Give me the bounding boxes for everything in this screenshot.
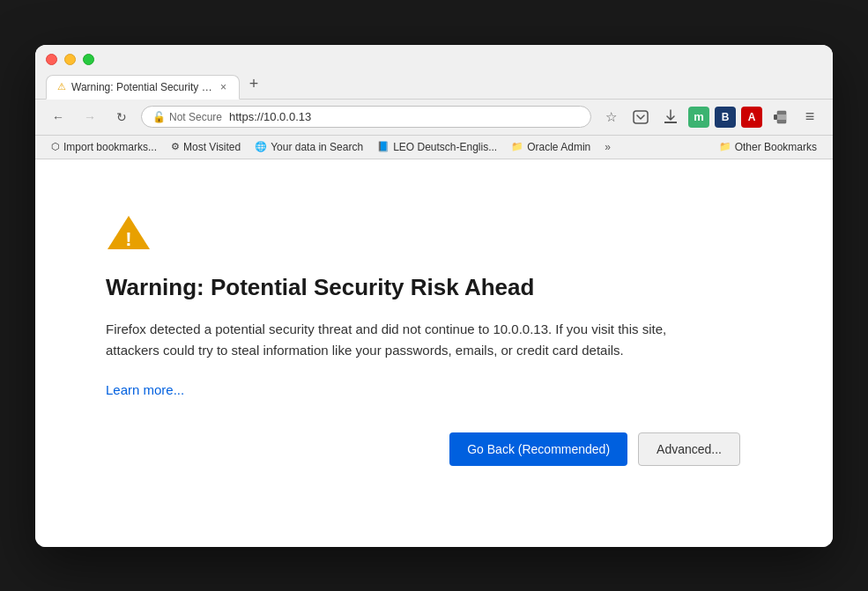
user-avatar-button[interactable]: m: [688, 107, 709, 128]
pocket-button[interactable]: [628, 105, 653, 129]
active-tab[interactable]: ⚠ Warning: Potential Security Risk ×: [46, 75, 240, 100]
svg-rect-3: [777, 115, 786, 120]
leo-icon: 📘: [377, 141, 389, 152]
bookmark-star-button[interactable]: ☆: [598, 105, 623, 129]
address-bar[interactable]: 🔓 Not Secure https://10.0.0.13: [141, 106, 591, 128]
lock-icon: 🔓: [152, 111, 166, 123]
bookmark-most-visited[interactable]: ⚙ Most Visited: [166, 139, 246, 155]
warning-triangle-icon: !: [106, 212, 152, 253]
browser-window: ⚠ Warning: Potential Security Risk × + ←…: [35, 45, 833, 547]
title-bar: ⚠ Warning: Potential Security Risk × +: [35, 45, 833, 100]
page-title: Warning: Potential Security Risk Ahead: [106, 274, 762, 301]
bookmarks-bar: ⬡ Import bookmarks... ⚙ Most Visited 🌐 Y…: [35, 136, 833, 159]
back-button[interactable]: ←: [46, 105, 70, 129]
security-label: Not Secure: [169, 111, 222, 123]
minimize-button[interactable]: [64, 54, 76, 65]
bitwarden-button[interactable]: B: [715, 107, 736, 128]
bookmark-leo-label: LEO Deutsch-Englis...: [393, 141, 497, 153]
url-text[interactable]: https://10.0.0.13: [229, 110, 580, 123]
forward-button: →: [78, 105, 102, 129]
warning-icon-container: !: [106, 212, 762, 256]
user-initial: m: [694, 110, 704, 123]
bookmark-data-search-label: Your data in Search: [271, 141, 363, 153]
tab-close-button[interactable]: ×: [219, 81, 228, 93]
reload-button[interactable]: ↻: [109, 105, 134, 129]
traffic-lights: [46, 54, 822, 65]
overflow-label: »: [605, 141, 611, 153]
oracle-icon: 📁: [511, 141, 523, 152]
most-visited-icon: ⚙: [171, 141, 180, 152]
extensions-button[interactable]: [768, 105, 792, 129]
go-back-button[interactable]: Go Back (Recommended): [449, 432, 627, 466]
menu-button[interactable]: ≡: [798, 105, 822, 129]
bookmark-most-visited-label: Most Visited: [183, 141, 241, 153]
close-button[interactable]: [46, 54, 57, 65]
tab-title: Warning: Potential Security Risk: [71, 81, 213, 93]
nav-bar: ← → ↻ 🔓 Not Secure https://10.0.0.13 ☆: [35, 100, 833, 136]
bitwarden-initial: B: [722, 111, 730, 123]
data-search-icon: 🌐: [255, 141, 267, 152]
new-tab-button[interactable]: +: [241, 72, 266, 97]
learn-more-link[interactable]: Learn more...: [106, 382, 184, 397]
other-bookmarks-icon: 📁: [719, 141, 731, 152]
page-content: ! Warning: Potential Security Risk Ahead…: [35, 159, 833, 547]
svg-text:!: !: [125, 228, 131, 250]
bookmark-oracle-label: Oracle Admin: [527, 141, 590, 153]
maximize-button[interactable]: [83, 54, 94, 65]
button-row: Go Back (Recommended) Advanced...: [106, 432, 740, 466]
bookmark-oracle[interactable]: 📁 Oracle Admin: [506, 139, 596, 155]
addon-button[interactable]: A: [741, 107, 762, 128]
import-icon: ⬡: [51, 141, 60, 152]
addon-initial: A: [748, 111, 756, 123]
bookmark-import[interactable]: ⬡ Import bookmarks...: [46, 139, 162, 155]
bookmark-data-search[interactable]: 🌐 Your data in Search: [249, 139, 368, 155]
tab-warning-icon: ⚠: [57, 81, 66, 92]
tab-bar: ⚠ Warning: Potential Security Risk × +: [46, 72, 822, 99]
page-description: Firefox detected a potential security th…: [106, 319, 705, 361]
advanced-button[interactable]: Advanced...: [638, 432, 740, 466]
bookmark-import-label: Import bookmarks...: [63, 141, 157, 153]
bookmark-leo[interactable]: 📘 LEO Deutsch-Englis...: [372, 139, 502, 155]
download-button[interactable]: [658, 105, 683, 129]
other-bookmarks-label: Other Bookmarks: [735, 141, 817, 153]
bookmarks-overflow-button[interactable]: »: [599, 139, 616, 155]
security-indicator: 🔓 Not Secure: [152, 111, 222, 123]
bookmark-other[interactable]: 📁 Other Bookmarks: [714, 139, 822, 155]
nav-icons: ☆ m B A: [598, 105, 822, 129]
svg-rect-0: [634, 111, 648, 123]
svg-rect-1: [774, 115, 777, 120]
